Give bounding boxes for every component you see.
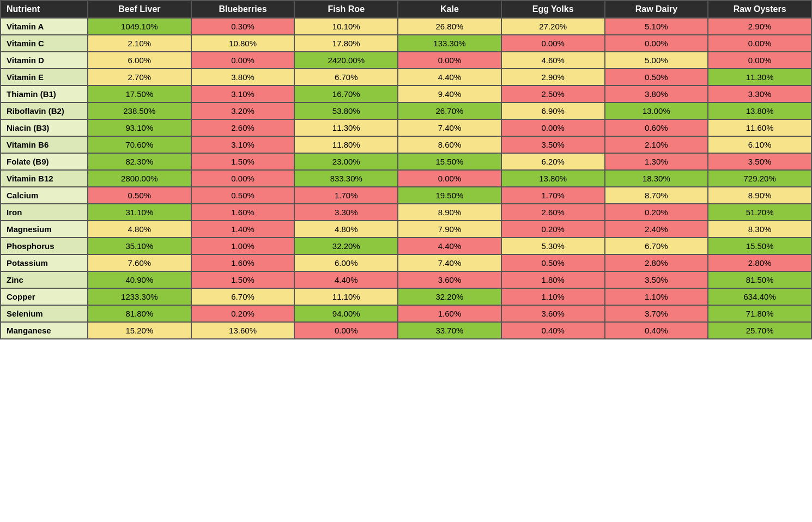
nutrient-value: 0.00% [294,322,398,339]
nutrient-value: 11.30% [708,69,811,86]
nutrient-value: 27.20% [501,18,605,35]
nutrient-value: 3.50% [708,153,811,170]
nutrient-value: 6.10% [708,136,811,153]
nutrient-value: 0.00% [501,119,605,136]
table-row: Magnesium4.80%1.40%4.80%7.90%0.20%2.40%8… [1,221,811,238]
nutrient-value: 5.30% [501,238,605,254]
nutrient-label: Selenium [1,305,88,322]
nutrient-value: 2.10% [88,35,191,52]
nutrient-value: 1.50% [191,271,295,288]
nutrient-label: Vitamin B6 [1,136,88,153]
nutrient-value: 7.60% [88,254,191,271]
table-row: Zinc40.90%1.50%4.40%3.60%1.80%3.50%81.50… [1,271,811,288]
nutrient-value: 8.90% [708,187,811,204]
nutrient-value: 2420.00% [294,52,398,69]
nutrient-value: 32.20% [398,288,501,305]
table-row: Copper1233.30%6.70%11.10%32.20%1.10%1.10… [1,288,811,305]
nutrient-value: 11.30% [294,119,398,136]
nutrient-value: 51.20% [708,204,811,221]
nutrient-value: 833.30% [294,170,398,187]
nutrient-value: 6.20% [501,153,605,170]
nutrient-value: 4.40% [398,238,501,254]
nutrient-value: 6.70% [294,69,398,86]
nutrient-value: 0.00% [398,52,501,69]
nutrient-value: 13.60% [191,322,295,339]
nutrient-value: 9.40% [398,86,501,102]
nutrient-value: 6.70% [605,238,708,254]
table-row: Manganese15.20%13.60%0.00%33.70%0.40%0.4… [1,322,811,339]
nutrient-value: 17.50% [88,86,191,102]
nutrient-value: 3.70% [605,305,708,322]
nutrient-value: 31.10% [88,204,191,221]
nutrient-value: 4.40% [398,69,501,86]
nutrient-value: 0.50% [501,254,605,271]
nutrient-value: 2.80% [605,254,708,271]
nutrient-value: 13.80% [708,102,811,119]
nutrient-label: Vitamin E [1,69,88,86]
nutrient-value: 1233.30% [88,288,191,305]
nutrient-value: 13.00% [605,102,708,119]
table-row: Vitamin B122800.00%0.00%833.30%0.00%13.8… [1,170,811,187]
nutrient-value: 3.30% [708,86,811,102]
nutrient-value: 53.80% [294,102,398,119]
table-row: Niacin (B3)93.10%2.60%11.30%7.40%0.00%0.… [1,119,811,136]
nutrient-value: 2.60% [501,204,605,221]
nutrient-value: 81.50% [708,271,811,288]
nutrient-value: 16.70% [294,86,398,102]
nutrient-label: Potassium [1,254,88,271]
nutrient-value: 0.00% [398,170,501,187]
nutrient-value: 82.30% [88,153,191,170]
nutrient-value: 18.30% [605,170,708,187]
nutrient-value: 3.60% [398,271,501,288]
nutrient-value: 19.50% [398,187,501,204]
nutrient-value: 25.70% [708,322,811,339]
table-row: Vitamin C2.10%10.80%17.80%133.30%0.00%0.… [1,35,811,52]
nutrient-value: 4.40% [294,271,398,288]
nutrient-value: 0.20% [605,204,708,221]
nutrient-value: 0.20% [501,221,605,238]
column-header-beef-liver: Beef Liver [88,1,191,18]
nutrient-label: Riboflavin (B2) [1,102,88,119]
nutrient-value: 1.80% [501,271,605,288]
nutrient-value: 15.20% [88,322,191,339]
nutrient-value: 1.00% [191,238,295,254]
nutrient-value: 3.80% [605,86,708,102]
nutrient-value: 133.30% [398,35,501,52]
nutrient-value: 7.40% [398,254,501,271]
nutrient-value: 35.10% [88,238,191,254]
nutrient-label: Vitamin A [1,18,88,35]
nutrient-label: Zinc [1,271,88,288]
nutrient-value: 0.00% [191,170,295,187]
nutrient-value: 634.40% [708,288,811,305]
nutrient-label: Vitamin C [1,35,88,52]
nutrient-value: 70.60% [88,136,191,153]
nutrient-value: 1.70% [501,187,605,204]
nutrient-value: 0.00% [191,52,295,69]
nutrient-value: 2.60% [191,119,295,136]
nutrient-value: 6.00% [294,254,398,271]
nutrient-value: 0.00% [708,52,811,69]
nutrient-value: 15.50% [398,153,501,170]
nutrient-value: 11.80% [294,136,398,153]
nutrient-value: 2.40% [605,221,708,238]
nutrient-label: Iron [1,204,88,221]
column-header-egg-yolks: Egg Yolks [501,1,605,18]
nutrient-value: 81.80% [88,305,191,322]
nutrient-value: 1.70% [294,187,398,204]
nutrient-value: 1.30% [605,153,708,170]
nutrient-value: 0.50% [88,187,191,204]
nutrient-value: 23.00% [294,153,398,170]
nutrient-value: 0.60% [605,119,708,136]
column-header-fish-roe: Fish Roe [294,1,398,18]
nutrient-value: 3.30% [294,204,398,221]
nutrient-value: 1.60% [191,204,295,221]
nutrient-label: Copper [1,288,88,305]
table-row: Folate (B9)82.30%1.50%23.00%15.50%6.20%1… [1,153,811,170]
nutrient-value: 3.10% [191,86,295,102]
nutrient-value: 13.80% [501,170,605,187]
nutrient-value: 3.80% [191,69,295,86]
nutrient-value: 238.50% [88,102,191,119]
nutrient-value: 32.20% [294,238,398,254]
nutrient-value: 729.20% [708,170,811,187]
table-row: Potassium7.60%1.60%6.00%7.40%0.50%2.80%2… [1,254,811,271]
